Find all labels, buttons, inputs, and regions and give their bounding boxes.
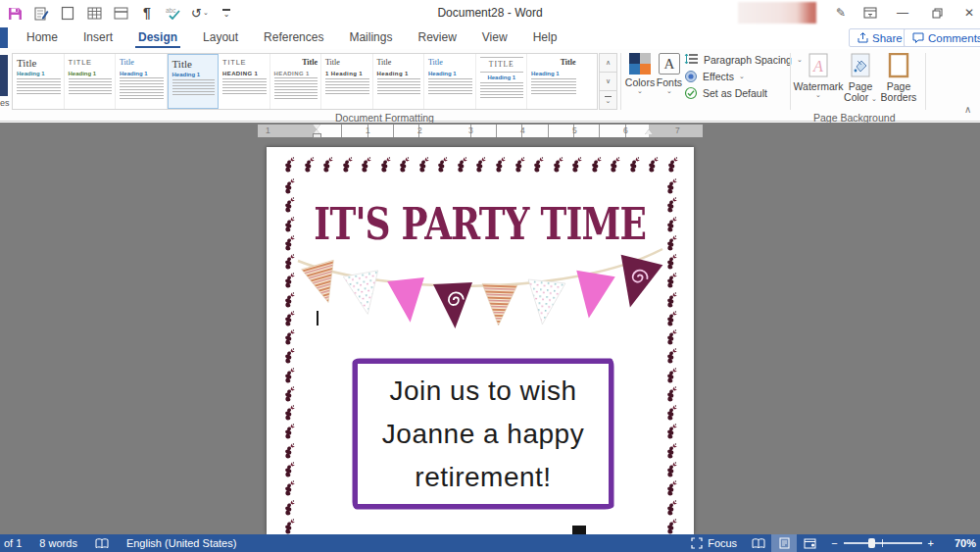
restore-button[interactable] (922, 0, 952, 25)
fonts-button[interactable]: A Fonts ⌄ (655, 53, 684, 94)
document-page[interactable]: IT'S PARTY TIME Join us to wish Joanne a… (267, 147, 694, 534)
close-button[interactable]: ✕ (955, 0, 980, 25)
tab-mailings[interactable]: Mailings (336, 25, 405, 49)
style-heading: Heading 1 (69, 71, 113, 76)
gallery-scroll-up-icon[interactable]: ∧ (599, 53, 617, 73)
gallery-scroll-controls: ∧ ∨ ⌄ (599, 53, 617, 110)
style-set-thumbnail[interactable]: Title Heading 1 (13, 54, 65, 109)
themes-button-partial[interactable] (0, 55, 8, 96)
party-popper-icon (282, 405, 295, 421)
party-popper-icon (664, 462, 677, 477)
proofing-status-icon[interactable] (86, 534, 118, 552)
zoom-slider-handle[interactable] (868, 538, 875, 548)
gallery-scroll-down-icon[interactable]: ∨ (599, 73, 617, 91)
comments-button[interactable]: Comments (904, 28, 980, 47)
effects-button[interactable]: Effects ⌄ (684, 70, 745, 83)
invite-line-1: Join us to wish (389, 370, 576, 413)
undo-dropdown-icon[interactable]: ⌄ (203, 9, 209, 17)
gallery-more-icon[interactable]: ⌄ (599, 91, 617, 110)
tab-home[interactable]: Home (14, 25, 71, 49)
style-title: Title (428, 57, 472, 69)
style-set-thumbnail[interactable]: Title Heading 1 (424, 54, 476, 109)
spelling-check-icon[interactable]: abc (165, 4, 182, 22)
right-indent-marker[interactable] (645, 129, 653, 134)
tab-help[interactable]: Help (520, 25, 570, 49)
share-button[interactable]: Share (849, 28, 911, 47)
party-popper-icon (282, 368, 295, 383)
zoom-in-button[interactable]: + (928, 534, 943, 552)
page-color-button[interactable]: Page Color ⌄ (843, 53, 878, 103)
flag-striped (302, 260, 345, 307)
style-title: Title (531, 57, 576, 69)
zoom-percentage[interactable]: 70% (943, 537, 976, 549)
party-popper-icon (664, 368, 677, 383)
tab-references[interactable]: References (251, 25, 336, 49)
style-set-thumbnail[interactable]: Title Heading 1 (527, 54, 579, 109)
save-icon[interactable] (6, 4, 24, 22)
watermark-button[interactable]: A Watermark ⌄ (796, 53, 841, 98)
colors-icon (629, 53, 651, 75)
ruler-number: 4 (520, 125, 525, 135)
ribbon-tabs: Home Insert Design Layout References Mai… (14, 25, 569, 49)
page-borders-button[interactable]: Page Borders (878, 53, 919, 103)
invitation-text-box[interactable]: Join us to wish Joanne a happy retiremen… (353, 359, 613, 509)
user-account-badge[interactable] (738, 2, 816, 24)
undo-icon[interactable]: ↺⌄ (191, 4, 209, 22)
split-window-icon[interactable] (112, 4, 129, 22)
tab-design[interactable]: Design (125, 25, 190, 49)
page-borders-icon (887, 53, 910, 78)
zoom-out-button[interactable]: − (822, 534, 837, 552)
party-popper-icon (282, 157, 295, 173)
collapse-ribbon-icon[interactable]: ∧ (964, 104, 971, 115)
page-count-indicator[interactable]: of 1 (0, 534, 30, 552)
style-set-thumbnail[interactable]: Title Heading 1 (373, 54, 425, 109)
tab-insert[interactable]: Insert (71, 25, 125, 49)
pen-mode-icon[interactable]: ✎ (826, 0, 856, 25)
language-indicator[interactable]: English (United States) (118, 534, 246, 552)
tab-view[interactable]: View (469, 25, 520, 49)
show-formatting-marks-icon[interactable]: ¶ (138, 4, 156, 22)
minimize-button[interactable]: — (888, 0, 917, 25)
text-insertion-cursor (317, 311, 318, 326)
tab-layout[interactable]: Layout (190, 25, 251, 49)
colors-button[interactable]: Colors ⌄ (625, 53, 655, 94)
left-indent-marker[interactable] (314, 134, 320, 137)
print-layout-button[interactable] (771, 534, 797, 552)
word-count-indicator[interactable]: 8 words (30, 534, 86, 552)
bunting-banner-image[interactable] (294, 241, 666, 337)
edit-form-icon[interactable] (32, 4, 50, 22)
set-as-default-icon (684, 86, 698, 100)
paragraph-spacing-label: Paragraph Spacing (704, 54, 792, 66)
document-workspace: 1 1 2 3 4 5 6 7 IT'S PARTY TIME (0, 123, 980, 534)
paragraph-spacing-button[interactable]: Paragraph Spacing ⌄ (684, 53, 803, 66)
style-set-thumbnail[interactable]: Title Heading 1 (116, 54, 168, 109)
horizontal-ruler[interactable]: 1 1 2 3 4 5 6 7 (258, 125, 703, 137)
style-set-thumbnail[interactable]: Title HEADING 1 (270, 54, 322, 109)
party-popper-icon (664, 443, 677, 459)
insert-table-icon[interactable] (85, 4, 103, 22)
focus-mode-button[interactable]: Focus (682, 534, 746, 552)
tab-review[interactable]: Review (405, 25, 468, 49)
flag-dotted (343, 271, 385, 318)
style-set-thumbnail[interactable]: TITLE Heading 1 (65, 54, 117, 109)
style-set-thumbnail[interactable]: Title 1 Heading 1 (321, 54, 373, 109)
page-color-icon (849, 53, 872, 78)
ribbon-display-options-icon[interactable] (856, 0, 885, 25)
style-set-thumbnail-selected[interactable]: Title Heading 1 (168, 54, 220, 109)
customize-qat-icon[interactable]: ⌄ (218, 4, 235, 22)
party-popper-icon (282, 519, 295, 534)
style-set-thumbnail[interactable]: TITLE HEADING 1 (219, 54, 270, 109)
style-set-thumbnail[interactable]: TITLE Heading 1 (476, 54, 528, 109)
set-as-default-button[interactable]: Set as Default (684, 86, 767, 100)
web-layout-button[interactable] (797, 534, 822, 552)
party-popper-icon (646, 157, 659, 173)
zoom-slider[interactable] (844, 542, 922, 544)
style-heading: Heading 1 (428, 71, 472, 76)
comments-label: Comments (928, 32, 980, 44)
new-blank-page-icon[interactable] (59, 4, 76, 22)
flag-spiral (610, 255, 663, 313)
file-tab-partial[interactable] (0, 27, 8, 48)
read-mode-button[interactable] (746, 534, 771, 552)
party-popper-icon (435, 157, 448, 173)
gallery-more-glyph: ⌄ (606, 97, 612, 105)
